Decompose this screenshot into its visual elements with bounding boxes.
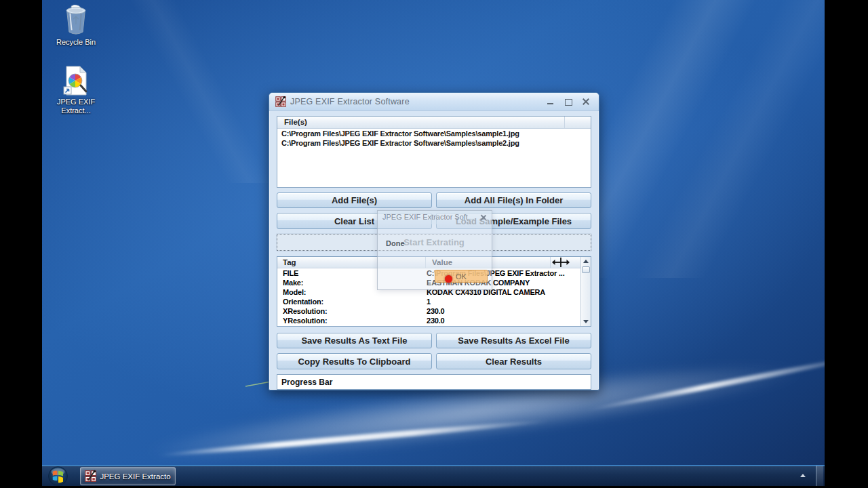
recycle-bin-icon (60, 5, 92, 36)
desktop-icon-label: JPEG EXIF Extract... (51, 98, 101, 115)
add-all-files-in-folder-button[interactable]: Add All File(s) In Folder (436, 192, 591, 208)
taskbar: JPEG EXIF Extracto... (42, 465, 825, 486)
tray-chevron-icon[interactable] (800, 474, 806, 477)
minimize-button[interactable] (547, 98, 555, 106)
file-list-header-label: File(s) (284, 118, 307, 126)
dialog-title: JPEG EXIF Extractor Soft... (382, 213, 474, 221)
file-list-item[interactable]: C:\Program Files\JPEG EXIF Extractor Sof… (277, 129, 591, 138)
save-results-text-button[interactable]: Save Results As Text File (277, 333, 432, 348)
done-message-dialog: JPEG EXIF Extractor Soft... Done OK (377, 210, 492, 290)
column-divider[interactable] (564, 117, 565, 128)
scroll-up-button[interactable] (581, 257, 591, 266)
window-titlebar[interactable]: JPEG EXIF Extractor Software (269, 93, 599, 111)
column-header-tag[interactable]: Tag (283, 258, 296, 266)
taskbar-app-button-label: JPEG EXIF Extracto... (100, 472, 171, 481)
arrow-down-icon (583, 320, 589, 323)
dialog-ok-button[interactable]: OK (435, 270, 488, 283)
desktop-icon-label: Recycle Bin (56, 38, 96, 47)
maximize-button[interactable] (564, 98, 572, 106)
exif-grid-pen-icon (85, 470, 96, 483)
taskbar-app-button[interactable]: JPEG EXIF Extracto... (80, 467, 176, 485)
dialog-message: Done (386, 239, 405, 247)
progress-bar-field: Progress Bar (277, 374, 591, 390)
save-results-excel-button[interactable]: Save Results As Excel File (436, 333, 591, 348)
vertical-scrollbar[interactable] (580, 257, 591, 326)
exif-grid-pen-icon (275, 96, 286, 107)
table-row[interactable]: Orientation: 1 (277, 298, 580, 307)
table-row[interactable]: YResolution: 230.0 (277, 317, 580, 326)
window-title: JPEG EXIF Extractor Software (290, 97, 542, 106)
progress-bar-label: Progress Bar (281, 378, 332, 387)
desktop: Recycle Bin JPEG EXIF Extract... (42, 0, 825, 486)
mouse-click-indicator (445, 275, 452, 283)
start-button[interactable] (47, 466, 68, 486)
copy-results-button[interactable]: Copy Results To Clipboard (277, 353, 432, 369)
arrow-up-icon (583, 260, 589, 263)
column-divider[interactable] (550, 257, 551, 268)
clear-results-button[interactable]: Clear Results (436, 353, 591, 369)
close-button[interactable] (582, 98, 590, 106)
desktop-icon-jpeg-exif-extractor[interactable]: JPEG EXIF Extract... (46, 66, 106, 115)
scrollbar-thumb[interactable] (582, 266, 590, 273)
jpeg-exif-app-shortcut-icon (62, 66, 90, 96)
file-list-item[interactable]: C:\Program Files\JPEG EXIF Extractor Sof… (277, 138, 591, 148)
scroll-down-button[interactable] (581, 317, 591, 326)
column-resize-cursor-icon (552, 256, 570, 269)
file-list-header[interactable]: File(s) (277, 117, 591, 129)
add-files-button[interactable]: Add File(s) (277, 192, 432, 208)
file-list[interactable]: File(s) C:\Program Files\JPEG EXIF Extra… (277, 116, 591, 188)
show-desktop-button[interactable] (816, 466, 823, 486)
table-row[interactable]: XResolution: 230.0 (277, 307, 580, 317)
dialog-close-icon[interactable] (480, 214, 487, 221)
desktop-icon-recycle-bin[interactable]: Recycle Bin (46, 5, 106, 47)
dialog-titlebar[interactable]: JPEG EXIF Extractor Soft... (378, 211, 492, 224)
